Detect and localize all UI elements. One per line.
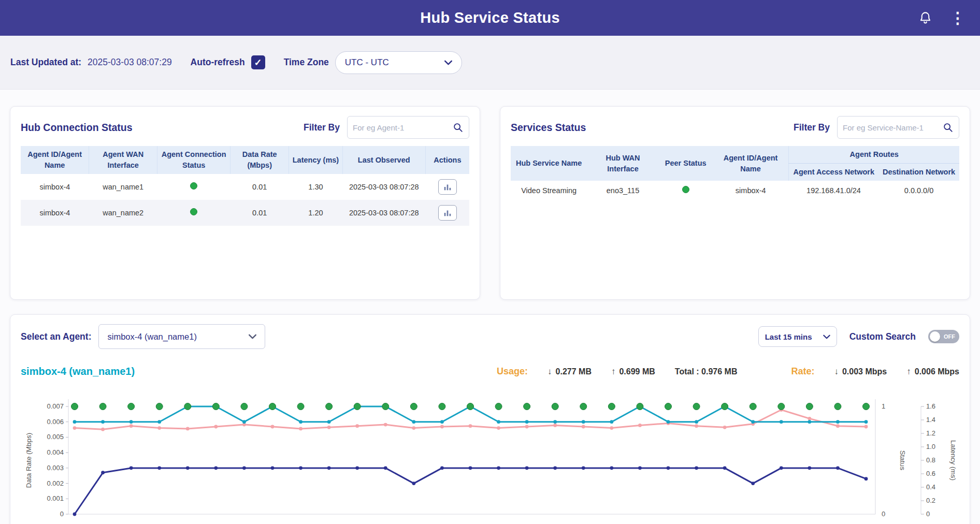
toggle-state-label: OFF [944,333,955,340]
svg-text:0.003: 0.003 [47,464,64,472]
search-icon[interactable] [942,122,954,133]
data-rate-cell: 0.01 [230,174,289,200]
status-cell [157,174,230,200]
check-icon: ✓ [254,57,262,68]
access-network-cell: 192.168.41.0/24 [789,181,878,201]
svg-text:0: 0 [926,510,930,518]
svg-text:0.6: 0.6 [926,470,935,477]
last-updated-value: 2025-03-03 08:07:29 [88,57,172,68]
auto-refresh: Auto-refresh ✓ [191,55,265,69]
column-header: Hub WAN Interface [587,146,659,181]
agent-cell: simbox-4 [713,181,789,201]
data-rate-cell: 0.01 [230,200,289,226]
svg-text:1.6: 1.6 [926,402,935,410]
column-header: Latency (ms) [289,146,343,174]
status-up-dot [190,182,197,190]
table-row: simbox-4 wan_name1 0.01 1.30 2025-03-03 … [21,174,469,200]
column-header: Agent WAN Interface [89,146,157,174]
svg-text:0: 0 [60,510,64,518]
svg-text:0: 0 [882,510,885,518]
svg-text:1: 1 [882,402,885,410]
auto-refresh-checkbox[interactable]: ✓ [251,55,265,69]
page-title: Hub Service Status [420,9,560,26]
usage-download: ↓0.277 MB [547,367,592,377]
column-header: Last Observed [342,146,425,174]
down-arrow-icon: ↓ [547,367,552,377]
service-cell: Video Streaming [511,181,587,201]
custom-search-label: Custom Search [849,331,916,342]
agent-chart-card: Select an Agent: simbox-4 (wan_name1) La… [10,314,970,524]
timezone-select[interactable]: UTC - UTC [335,51,462,74]
last-updated-label: Last Updated at: [10,57,81,68]
svg-text:1.4: 1.4 [926,416,935,424]
hub-connection-card: Hub Connection Status Filter By Agent ID… [10,106,480,300]
svg-text:0.8: 0.8 [926,456,935,464]
wan-cell: wan_name2 [89,200,157,226]
usage-rate-stats: Usage: ↓0.277 MB ↑0.699 MB Total : 0.976… [497,366,959,377]
services-table: Hub Service Name Hub WAN Interface Peer … [511,146,959,201]
agent-cell: simbox-4 [21,174,89,200]
column-header: Actions [425,146,469,174]
chart-title: simbox-4 (wan_name1) [21,366,135,377]
agent-select[interactable]: simbox-4 (wan_name1) [98,324,265,349]
kebab-menu-icon[interactable]: ⋮ [950,10,965,26]
wan-cell: eno3_115 [587,181,659,201]
table-row: simbox-4 wan_name2 0.01 1.20 2025-03-03 … [21,200,469,226]
status-up-dot [190,208,197,215]
hub-filter-input[interactable] [353,123,452,132]
svg-text:Status: Status [899,450,906,471]
column-header: Hub Service Name [511,146,587,181]
up-arrow-icon: ↑ [611,367,616,377]
top-cards-row: Hub Connection Status Filter By Agent ID… [0,106,980,300]
bar-chart-icon [443,208,452,217]
up-arrow-icon: ↑ [906,367,911,377]
toggle-knob [930,331,940,342]
svg-text:Data Rate (Mbps): Data Rate (Mbps) [25,433,33,488]
notifications-bell-icon[interactable] [918,11,932,25]
usage-upload: ↑0.699 MB [611,367,655,377]
hub-filter-group: Filter By [304,116,469,139]
rate-upload: ↑0.006 Mbps [906,367,959,377]
column-header: Agent Access Network [789,164,878,181]
timezone-label: Time Zone [284,57,329,68]
agent-cell: simbox-4 [21,200,89,226]
column-header: Agent ID/Agent Name [713,146,789,181]
svg-text:0.005: 0.005 [47,433,64,441]
column-header: Agent Connection Status [157,146,230,174]
status-cell [157,200,230,226]
select-agent-label: Select an Agent: [21,331,91,342]
column-header: Agent ID/Agent Name [21,146,89,174]
toolbar: Last Updated at: 2025-03-03 08:07:29 Aut… [0,36,980,90]
svg-text:0.2: 0.2 [926,497,935,504]
view-chart-button[interactable] [438,205,457,221]
search-icon[interactable] [452,122,464,133]
services-filter-input[interactable] [843,123,942,132]
hub-connection-header: Hub Connection Status Filter By [21,116,469,139]
agent-chart-svg: 00.0010.0020.0030.0040.0050.0060.0070100… [21,386,958,524]
usage-download-value: 0.277 MB [556,367,592,376]
services-header: Services Status Filter By [511,116,959,139]
services-filter-searchbox [837,116,959,139]
column-header: Destination Network [878,164,959,181]
last-updated: Last Updated at: 2025-03-03 08:07:29 [10,57,172,68]
svg-text:0.007: 0.007 [47,402,64,410]
hub-connection-title: Hub Connection Status [21,122,133,134]
auto-refresh-label: Auto-refresh [191,57,245,68]
chevron-down-icon [823,334,830,339]
usage-label: Usage: [497,366,528,377]
header-icons: ⋮ [918,0,965,36]
column-header: Peer Status [659,146,713,181]
svg-text:0.004: 0.004 [47,448,64,456]
services-filter-group: Filter By [794,116,959,139]
svg-text:1.0: 1.0 [926,443,935,450]
custom-search-toggle[interactable]: OFF [928,330,959,343]
rate-download-value: 0.003 Mbps [842,367,887,376]
services-title: Services Status [511,122,586,134]
last-observed-cell: 2025-03-03 08:07:28 [342,174,425,200]
time-range-select[interactable]: Last 15 mins [758,326,837,347]
view-chart-button[interactable] [438,179,457,195]
bar-chart-icon [443,182,452,192]
hub-filter-searchbox [347,116,469,139]
app-header: Hub Service Status ⋮ [0,0,980,36]
agent-routes-group-header: Agent Routes [789,146,959,164]
